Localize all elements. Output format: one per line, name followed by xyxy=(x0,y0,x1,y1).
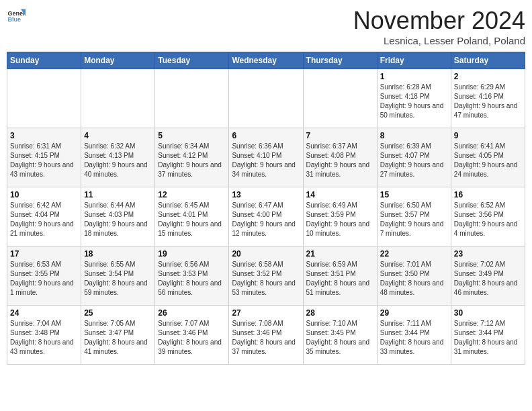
day-number: 17 xyxy=(10,249,78,259)
day-of-week-header: Sunday xyxy=(7,52,81,69)
calendar-cell: 3Sunrise: 6:31 AMSunset: 4:15 PMDaylight… xyxy=(7,128,81,187)
day-number: 26 xyxy=(158,308,226,318)
day-info: Sunrise: 7:12 AMSunset: 3:44 PMDaylight:… xyxy=(454,319,522,357)
svg-text:Blue: Blue xyxy=(7,16,21,23)
day-of-week-header: Monday xyxy=(81,52,155,69)
calendar-week-row: 17Sunrise: 6:53 AMSunset: 3:55 PMDayligh… xyxy=(7,246,525,306)
day-info: Sunrise: 6:58 AMSunset: 3:52 PMDaylight:… xyxy=(232,260,300,298)
calendar-cell xyxy=(7,69,81,128)
day-info: Sunrise: 7:04 AMSunset: 3:48 PMDaylight:… xyxy=(10,319,78,357)
month-title: November 2024 xyxy=(353,7,525,35)
day-number: 18 xyxy=(84,249,152,259)
calendar-cell: 19Sunrise: 6:56 AMSunset: 3:53 PMDayligh… xyxy=(155,246,229,306)
day-number: 22 xyxy=(380,249,448,259)
day-number: 10 xyxy=(10,190,78,199)
calendar-cell: 27Sunrise: 7:08 AMSunset: 3:46 PMDayligh… xyxy=(229,306,303,365)
day-number: 13 xyxy=(232,190,300,199)
day-number: 12 xyxy=(158,190,226,199)
calendar-cell: 20Sunrise: 6:58 AMSunset: 3:52 PMDayligh… xyxy=(229,246,303,306)
calendar-cell: 30Sunrise: 7:12 AMSunset: 3:44 PMDayligh… xyxy=(451,306,525,365)
calendar-cell: 5Sunrise: 6:34 AMSunset: 4:12 PMDaylight… xyxy=(155,128,229,187)
day-of-week-header: Friday xyxy=(377,52,451,69)
calendar-cell xyxy=(81,69,155,128)
day-of-week-header: Tuesday xyxy=(155,52,229,69)
day-number: 20 xyxy=(232,249,300,259)
day-number: 1 xyxy=(380,72,448,81)
calendar-cell: 24Sunrise: 7:04 AMSunset: 3:48 PMDayligh… xyxy=(7,306,81,365)
calendar-week-row: 1Sunrise: 6:28 AMSunset: 4:18 PMDaylight… xyxy=(7,69,525,128)
day-info: Sunrise: 7:08 AMSunset: 3:46 PMDaylight:… xyxy=(232,319,300,357)
calendar-week-row: 10Sunrise: 6:42 AMSunset: 4:04 PMDayligh… xyxy=(7,187,525,246)
day-number: 15 xyxy=(380,190,448,199)
calendar-cell: 7Sunrise: 6:37 AMSunset: 4:08 PMDaylight… xyxy=(303,128,377,187)
day-number: 23 xyxy=(454,249,522,259)
calendar-cell: 12Sunrise: 6:45 AMSunset: 4:01 PMDayligh… xyxy=(155,187,229,246)
calendar: SundayMondayTuesdayWednesdayThursdayFrid… xyxy=(7,52,525,365)
day-number: 28 xyxy=(306,308,374,318)
calendar-cell xyxy=(155,69,229,128)
calendar-cell: 21Sunrise: 6:59 AMSunset: 3:51 PMDayligh… xyxy=(303,246,377,306)
calendar-cell: 18Sunrise: 6:55 AMSunset: 3:54 PMDayligh… xyxy=(81,246,155,306)
day-info: Sunrise: 7:10 AMSunset: 3:45 PMDaylight:… xyxy=(306,319,374,357)
day-info: Sunrise: 7:07 AMSunset: 3:46 PMDaylight:… xyxy=(158,319,226,357)
day-number: 4 xyxy=(84,131,152,140)
calendar-cell: 25Sunrise: 7:05 AMSunset: 3:47 PMDayligh… xyxy=(81,306,155,365)
calendar-cell: 28Sunrise: 7:10 AMSunset: 3:45 PMDayligh… xyxy=(303,306,377,365)
day-number: 24 xyxy=(10,308,78,318)
day-number: 11 xyxy=(84,190,152,199)
calendar-cell: 22Sunrise: 7:01 AMSunset: 3:50 PMDayligh… xyxy=(377,246,451,306)
day-number: 7 xyxy=(306,131,374,140)
day-info: Sunrise: 6:41 AMSunset: 4:05 PMDaylight:… xyxy=(454,142,522,179)
calendar-cell: 8Sunrise: 6:39 AMSunset: 4:07 PMDaylight… xyxy=(377,128,451,187)
day-info: Sunrise: 6:52 AMSunset: 3:56 PMDaylight:… xyxy=(454,201,522,238)
day-info: Sunrise: 6:37 AMSunset: 4:08 PMDaylight:… xyxy=(306,142,374,179)
day-info: Sunrise: 6:56 AMSunset: 3:53 PMDaylight:… xyxy=(158,260,226,298)
day-number: 29 xyxy=(380,308,448,318)
day-number: 30 xyxy=(454,308,522,318)
calendar-cell: 16Sunrise: 6:52 AMSunset: 3:56 PMDayligh… xyxy=(451,187,525,246)
day-info: Sunrise: 6:45 AMSunset: 4:01 PMDaylight:… xyxy=(158,201,226,238)
calendar-cell: 26Sunrise: 7:07 AMSunset: 3:46 PMDayligh… xyxy=(155,306,229,365)
calendar-cell: 1Sunrise: 6:28 AMSunset: 4:18 PMDaylight… xyxy=(377,69,451,128)
day-info: Sunrise: 6:39 AMSunset: 4:07 PMDaylight:… xyxy=(380,142,448,179)
day-info: Sunrise: 7:02 AMSunset: 3:49 PMDaylight:… xyxy=(454,260,522,298)
day-info: Sunrise: 6:50 AMSunset: 3:57 PMDaylight:… xyxy=(380,201,448,238)
day-info: Sunrise: 7:11 AMSunset: 3:44 PMDaylight:… xyxy=(380,319,448,357)
calendar-cell: 17Sunrise: 6:53 AMSunset: 3:55 PMDayligh… xyxy=(7,246,81,306)
day-info: Sunrise: 7:01 AMSunset: 3:50 PMDaylight:… xyxy=(380,260,448,298)
day-number: 16 xyxy=(454,190,522,199)
day-info: Sunrise: 6:59 AMSunset: 3:51 PMDaylight:… xyxy=(306,260,374,298)
header: General Blue November 2024 Lesnica, Less… xyxy=(7,7,525,46)
day-of-week-header: Saturday xyxy=(451,52,525,69)
day-info: Sunrise: 6:42 AMSunset: 4:04 PMDaylight:… xyxy=(10,201,78,238)
day-info: Sunrise: 6:47 AMSunset: 4:00 PMDaylight:… xyxy=(232,201,300,238)
day-number: 3 xyxy=(10,131,78,140)
day-info: Sunrise: 6:34 AMSunset: 4:12 PMDaylight:… xyxy=(158,142,226,179)
days-of-week-row: SundayMondayTuesdayWednesdayThursdayFrid… xyxy=(7,52,525,69)
day-of-week-header: Wednesday xyxy=(229,52,303,69)
calendar-cell: 11Sunrise: 6:44 AMSunset: 4:03 PMDayligh… xyxy=(81,187,155,246)
calendar-cell: 2Sunrise: 6:29 AMSunset: 4:16 PMDaylight… xyxy=(451,69,525,128)
day-number: 9 xyxy=(454,131,522,140)
day-number: 25 xyxy=(84,308,152,318)
calendar-week-row: 3Sunrise: 6:31 AMSunset: 4:15 PMDaylight… xyxy=(7,128,525,187)
calendar-body: 1Sunrise: 6:28 AMSunset: 4:18 PMDaylight… xyxy=(7,69,525,365)
day-info: Sunrise: 6:29 AMSunset: 4:16 PMDaylight:… xyxy=(454,83,522,120)
calendar-cell: 23Sunrise: 7:02 AMSunset: 3:49 PMDayligh… xyxy=(451,246,525,306)
day-number: 6 xyxy=(232,131,300,140)
day-of-week-header: Thursday xyxy=(303,52,377,69)
calendar-cell: 13Sunrise: 6:47 AMSunset: 4:00 PMDayligh… xyxy=(229,187,303,246)
logo: General Blue xyxy=(7,7,26,26)
day-info: Sunrise: 6:53 AMSunset: 3:55 PMDaylight:… xyxy=(10,260,78,298)
calendar-cell: 15Sunrise: 6:50 AMSunset: 3:57 PMDayligh… xyxy=(377,187,451,246)
day-number: 14 xyxy=(306,190,374,199)
calendar-cell: 4Sunrise: 6:32 AMSunset: 4:13 PMDaylight… xyxy=(81,128,155,187)
calendar-cell xyxy=(229,69,303,128)
calendar-cell: 6Sunrise: 6:36 AMSunset: 4:10 PMDaylight… xyxy=(229,128,303,187)
day-info: Sunrise: 6:36 AMSunset: 4:10 PMDaylight:… xyxy=(232,142,300,179)
logo-icon: General Blue xyxy=(7,7,26,26)
day-info: Sunrise: 6:32 AMSunset: 4:13 PMDaylight:… xyxy=(84,142,152,179)
day-info: Sunrise: 7:05 AMSunset: 3:47 PMDaylight:… xyxy=(84,319,152,357)
calendar-cell: 9Sunrise: 6:41 AMSunset: 4:05 PMDaylight… xyxy=(451,128,525,187)
day-number: 19 xyxy=(158,249,226,259)
